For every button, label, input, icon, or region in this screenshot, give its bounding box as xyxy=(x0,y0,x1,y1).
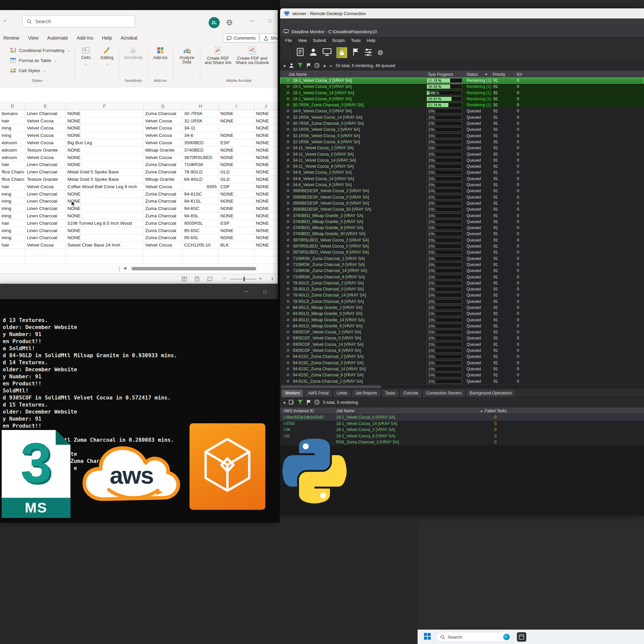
rdp-titlebar[interactable]: skinner - Remote Desktop Connection xyxy=(280,8,644,18)
job-row[interactable]: ⊘ 7106RSK_Zuma Charcoal_14 [VRAY SA] 0 %… xyxy=(280,268,644,274)
zoom-slider[interactable] xyxy=(230,279,256,279)
horizontal-scrollbar[interactable]: ⋮ ◀ xyxy=(0,264,278,274)
scroll-left-icon[interactable]: ◀ xyxy=(123,266,126,270)
maximize-button[interactable]: □ xyxy=(263,15,276,26)
minimize-button[interactable]: ─ xyxy=(239,286,254,297)
spreadsheet-row[interactable]: ining Linen Charcoal NONE Zuma Charcoal … xyxy=(0,212,278,220)
menu-item[interactable]: Submit xyxy=(310,38,329,44)
edit-list-icon[interactable] xyxy=(289,399,294,406)
job-row[interactable]: ⊘ 34-11_Velvet Cocoa_14 [VRAY SA] 0 % (0… xyxy=(280,157,644,163)
zoom-value[interactable]: 1 xyxy=(271,276,273,281)
spreadsheet-row[interactable]: ffice Chairs Linen Charcoal Metal Gold 5… xyxy=(0,168,278,176)
spreadsheet-row[interactable]: hair Linen Charcoal NONE Zuma Charcoal 7… xyxy=(0,161,278,169)
job-row[interactable]: ⊘ 3870RSLBED_Velvet Cocoa_2 [VRAY SA] 0 … xyxy=(280,237,644,243)
page-layout-view-icon[interactable] xyxy=(195,276,200,283)
job-row[interactable]: ⊘ 32-1RSK_Velvet Cocoa_14 [VRAY SA] 0 % … xyxy=(280,114,644,120)
job-row[interactable]: ⊘ 94-61SC_Zuma Charcoal_6 [VRAY SA] 0 % … xyxy=(280,372,644,378)
job-row[interactable]: ⊘ 78-9GLD_Zuma Charcoal_6 [VRAY SA] 0 % … xyxy=(280,299,644,305)
failed-tasks-column-header[interactable]: Failed Tasks xyxy=(485,409,507,413)
column-header[interactable]: J xyxy=(254,103,278,110)
column-header[interactable]: E xyxy=(25,103,66,110)
panel-tab[interactable]: AWS Portal xyxy=(304,389,332,397)
scrollbar-thumb[interactable] xyxy=(281,385,381,388)
ribbon-tab[interactable]: Automate xyxy=(47,35,68,41)
clock-icon[interactable] xyxy=(314,63,320,69)
job-row[interactable]: ⊘ 3740BED_Milsap Granite_0 [VRAY SA] 0 %… xyxy=(280,219,644,225)
minimize-button[interactable]: ─ xyxy=(246,15,259,26)
spreadsheet-row[interactable]: hair Velvet Cocoa NONE Velvet Cocoa 32-1… xyxy=(0,117,278,125)
spreadsheet-row[interactable]: edroom Texture Granite NONE Milsap Grani… xyxy=(0,147,278,154)
spreadsheet-row[interactable]: edroom Velvet Cocoa Big Bun Leg Velvet C… xyxy=(0,139,278,147)
panel-tab[interactable]: Tasks xyxy=(381,389,399,397)
user-filter-icon[interactable] xyxy=(289,63,294,69)
job-row[interactable]: ⊘ 9305COF_Velvet Cocoa_0 [VRAY SA] 0 % (… xyxy=(280,335,644,341)
spreadsheet-row[interactable]: ining Linen Charcoal NONE Zuma Charcoal … xyxy=(0,234,278,242)
spreadsheet-row[interactable]: hair Velvet Cocoa Swivel Chair Base 24 I… xyxy=(0,241,278,249)
zoom-slider-handle[interactable] xyxy=(244,277,245,281)
spreadsheet-row[interactable]: edroom Velvet Cocoa NONE Velvet Cocoa 38… xyxy=(0,154,278,161)
quick-access-chevron-icon[interactable]: ⌄ xyxy=(3,17,7,23)
ribbon-tab[interactable]: Acrobat xyxy=(121,35,138,41)
page-break-view-icon[interactable] xyxy=(207,276,212,283)
priority-column-header[interactable]: Priority xyxy=(493,72,505,77)
spreadsheet-row[interactable]: ttomans Linen Charcoal NONE Zuma Charcoa… xyxy=(0,110,278,117)
lock-toggle-button[interactable] xyxy=(336,47,347,58)
job-row[interactable]: ⊘ 7106RSK_Zuma Charcoal_2 [VRAY SA] 0 % … xyxy=(280,256,644,262)
panel-tab[interactable]: Connection Servers xyxy=(423,389,465,397)
job-row[interactable]: ⊘ 18-1_Velvet Cocoa_14 [VRAY SA] 4.83 % … xyxy=(280,90,644,96)
collapse-chevron-icon[interactable]: ▾ xyxy=(283,63,285,68)
job-row[interactable]: ⊘ 3590BEDESP_Velvet Cocoa_2 [VRAY SA] 0 … xyxy=(280,188,644,194)
scrollbar-thumb[interactable] xyxy=(131,267,256,270)
job-row[interactable]: ⊘ 3870RSLBED_Velvet Cocoa_0 [VRAY SA] 0 … xyxy=(280,243,644,249)
job-row[interactable]: ⊘ 84-9GLD_Milsap Granite_0 [VRAY SA] 0 %… xyxy=(280,311,644,317)
menu-item[interactable]: Scripts xyxy=(329,38,348,44)
share-button[interactable]: Share xyxy=(260,34,278,43)
job-row[interactable]: ⊘ 18-1_Velvet Cocoa_6 [VRAY SA] 69.87 % … xyxy=(280,96,644,102)
column-header[interactable]: I xyxy=(219,103,254,110)
globe-icon[interactable] xyxy=(226,19,233,27)
job-row[interactable]: ⊘ 18-1_Velvet Cocoa_2 [VRAY SA] 66.33 % … xyxy=(280,77,644,84)
comments-button[interactable]: Comments xyxy=(223,34,259,43)
job-row[interactable]: ⊘ 3740BED_Milsap Granite_50 [VRAY SA] 0 … xyxy=(280,231,644,237)
analyze-data-button[interactable]: Analyze Data xyxy=(176,46,198,64)
panel-tab[interactable]: Background Operations xyxy=(466,389,516,397)
format-as-table-button[interactable]: Format as Table ⌄ xyxy=(10,56,57,64)
job-row[interactable]: ⊘ 34-11_Velvet Cocoa_2 [VRAY SA] 0 % (0/… xyxy=(280,145,644,151)
job-row[interactable]: ⊘ 18-1_Velvet Cocoa_0 [VRAY SA] 66.02 % … xyxy=(280,84,644,90)
conditional-formatting-button[interactable]: Conditional Formatting ⌄ xyxy=(10,46,70,54)
normal-view-icon[interactable] xyxy=(182,276,187,283)
job-row[interactable]: ⊘ 34-6_Velvet Cocoa_0 [VRAY SA] 0 % (0/1… xyxy=(280,108,644,114)
errors-column-header[interactable]: Err xyxy=(517,72,524,77)
job-row[interactable]: ⊘ 3590BEDESP_Velvet Cocoa_50 [VRAY SA] 0… xyxy=(280,206,644,212)
column-header[interactable]: G xyxy=(144,103,182,110)
menu-item[interactable]: Help xyxy=(364,38,378,44)
collapse-chevron-icon[interactable]: ▾ xyxy=(283,400,285,405)
sensitivity-button[interactable]: Sensitivity ⌄ xyxy=(121,46,145,66)
zoom-out-button[interactable]: − xyxy=(223,275,226,281)
ribbon-tab[interactable]: Review xyxy=(3,35,19,41)
search-highlights-icon[interactable] xyxy=(503,634,510,640)
spreadsheet-row[interactable]: ining Linen Charcoal NONE Zuma Charcoal … xyxy=(0,191,278,198)
job-row[interactable]: ⊘ 3590BEDESP_Velvet Cocoa_6 [VRAY SA] 0 … xyxy=(280,200,644,206)
flag-filter-icon[interactable] xyxy=(306,399,311,406)
flag-icon[interactable] xyxy=(352,48,359,58)
column-header[interactable]: H xyxy=(182,103,219,110)
spreadsheet-row[interactable]: ining Linen Charcoal NONE Zuma Charcoal … xyxy=(0,227,278,234)
job-row[interactable]: ⊘ 94-61SC_Zuma Charcoal_2 [VRAY SA] 0 % … xyxy=(280,354,644,360)
job-row[interactable]: ⊘ 32-1RSK_Velvet Cocoa_0 [VRAY SA] 0 % (… xyxy=(280,133,644,139)
job-row[interactable]: ⊘ 78-9GLD_Zuma Charcoal_2 [VRAY SA] 0 % … xyxy=(280,280,644,286)
jobs-horizontal-scrollbar[interactable] xyxy=(280,384,644,388)
job-row[interactable]: ⊘ 3740BED_Milsap Granite_6 [VRAY SA] 0 %… xyxy=(280,225,644,231)
panel-tab[interactable]: Console xyxy=(400,389,422,397)
monitor-icon[interactable] xyxy=(322,48,332,58)
job-row[interactable]: ⊘ 3590BEDESP_Velvet Cocoa_0 [VRAY SA] 0 … xyxy=(280,194,644,200)
add-ins-button[interactable]: Add-ins xyxy=(150,46,170,60)
spreadsheet-row[interactable]: ining Linen Charcoal NONE Zuma Charcoal … xyxy=(0,198,278,205)
spreadsheet-row[interactable]: ffice Chairs Texture Granite Metal Gold … xyxy=(0,176,278,183)
task-progress-column-header[interactable]: Task Progress xyxy=(428,72,453,77)
excel-search-input[interactable]: Search xyxy=(22,15,135,28)
job-row[interactable]: ⊘ 30-7RSK_Zuma Charcoal_3 [VRAY SA] 61.7… xyxy=(280,102,644,108)
user-icon[interactable] xyxy=(309,48,318,58)
start-button[interactable] xyxy=(424,633,431,641)
panel-tab[interactable]: Job Reports xyxy=(352,389,381,397)
